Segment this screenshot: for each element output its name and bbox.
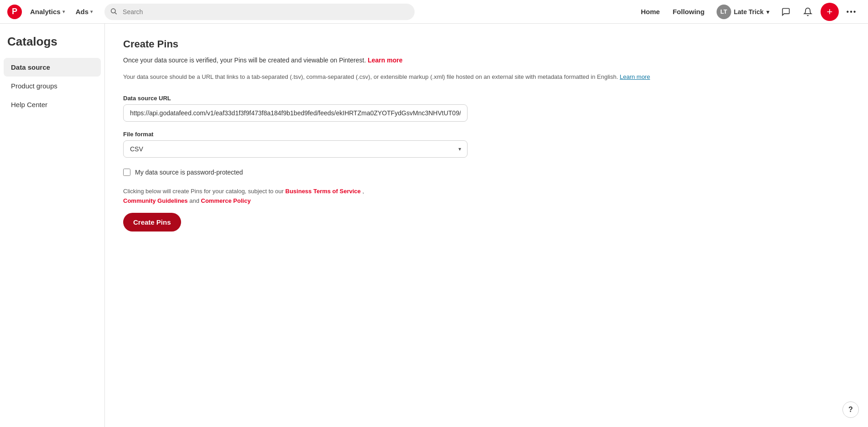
following-link[interactable]: Following [668, 5, 709, 18]
messages-icon-btn[interactable] [777, 3, 795, 21]
analytics-nav-item[interactable]: Analytics ▾ [26, 5, 69, 18]
svg-line-1 [115, 12, 117, 14]
ads-nav-item[interactable]: Ads ▾ [71, 5, 97, 18]
file-format-label: File format [123, 131, 850, 138]
learn-more-link-1[interactable]: Learn more [368, 57, 402, 64]
password-protected-label[interactable]: My data source is password-protected [135, 169, 243, 176]
svg-point-0 [111, 9, 115, 13]
terms-comma: , [362, 188, 364, 195]
ads-label: Ads [76, 8, 88, 15]
avatar: LT [717, 5, 731, 19]
file-format-select[interactable]: CSV TSV XML [123, 140, 468, 158]
username: Late Trick [734, 8, 764, 15]
search-icon [110, 7, 117, 16]
form-description1: Once your data source is verified, your … [123, 56, 850, 65]
analytics-label: Analytics [30, 8, 61, 15]
learn-more-link-2[interactable]: Learn more [620, 73, 650, 80]
password-protected-checkbox[interactable] [123, 169, 130, 176]
terms-text: Clicking below will create Pins for your… [123, 187, 850, 206]
sidebar-item-data-source-label: Data source [11, 63, 50, 71]
commerce-policy-link[interactable]: Commerce Policy [201, 197, 251, 204]
form-desc1-text: Once your data source is verified, your … [123, 57, 366, 64]
form-description2: Your data source should be a URL that li… [123, 72, 850, 82]
search-input[interactable] [104, 4, 415, 20]
main-nav: Analytics ▾ Ads ▾ [26, 5, 97, 18]
analytics-chevron-icon: ▾ [62, 9, 65, 14]
page-wrap: Catalogs Data source Product groups Help… [0, 24, 868, 427]
form-desc2-text: Your data source should be a URL that li… [123, 73, 618, 80]
sidebar-item-help-center-label: Help Center [11, 101, 47, 108]
sidebar-item-data-source[interactable]: Data source [4, 58, 101, 77]
page-title: Catalogs [0, 35, 104, 58]
search-bar [104, 4, 415, 20]
main-content: Create Pins Once your data source is ver… [105, 24, 868, 427]
notifications-icon-btn[interactable] [799, 3, 817, 21]
sidebar-item-help-center[interactable]: Help Center [4, 95, 101, 114]
business-terms-link[interactable]: Business Terms of Service [286, 188, 361, 195]
header: P Analytics ▾ Ads ▾ Home Following LT La… [0, 0, 868, 24]
form-title: Create Pins [123, 38, 850, 50]
header-right: Home Following LT Late Trick ▾ + ••• [636, 3, 861, 21]
file-format-select-wrap: CSV TSV XML ▾ [123, 140, 468, 158]
data-source-url-input[interactable] [123, 104, 468, 122]
sidebar-item-product-groups[interactable]: Product groups [4, 77, 101, 95]
user-chevron-icon: ▾ [766, 8, 769, 15]
help-button[interactable]: ? [842, 401, 859, 418]
ads-chevron-icon: ▾ [90, 9, 93, 14]
user-menu[interactable]: LT Late Trick ▾ [713, 3, 773, 21]
create-pins-button[interactable]: Create Pins [123, 213, 181, 232]
sidebar-item-product-groups-label: Product groups [11, 82, 57, 90]
pinterest-logo[interactable]: P [7, 5, 22, 19]
add-button[interactable]: + [821, 3, 839, 21]
community-guidelines-link[interactable]: Community Guidelines [123, 197, 188, 204]
sidebar: Catalogs Data source Product groups Help… [0, 24, 105, 427]
data-source-url-label: Data source URL [123, 95, 850, 102]
terms-prefix: Clicking below will create Pins for your… [123, 188, 284, 195]
more-options-icon-btn[interactable]: ••• [842, 3, 861, 21]
terms-and: and [189, 197, 199, 204]
home-link[interactable]: Home [636, 5, 665, 18]
password-protected-wrap: My data source is password-protected [123, 169, 850, 176]
